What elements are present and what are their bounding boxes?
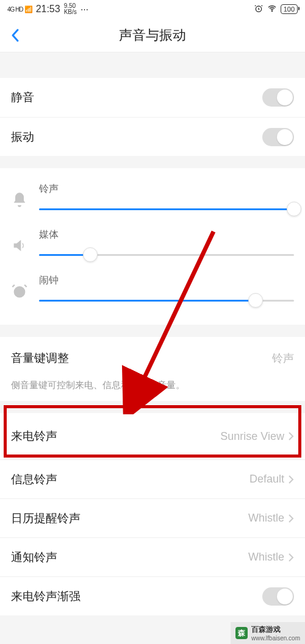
media-slider[interactable]: [39, 247, 294, 262]
section-gap: [0, 401, 305, 413]
slider-label: 媒体: [39, 228, 294, 241]
battery-indicator: 100: [281, 4, 298, 14]
row-label: 静音: [11, 90, 34, 105]
section-gap: [0, 325, 305, 337]
row-label: 来电铃声: [11, 428, 57, 444]
section-gap: [0, 52, 305, 78]
volume-key-hint: 侧音量键可控制来电、信息和通知的音量。: [0, 380, 305, 401]
chevron-right-icon: [288, 475, 294, 484]
watermark-logo: 森: [235, 627, 248, 639]
header: 声音与振动: [0, 18, 305, 52]
row-value: Sunrise View: [220, 430, 294, 443]
volume-sliders: 铃声 媒体 闹钟: [0, 168, 305, 325]
section-gap: [0, 156, 305, 168]
row-label: 通知铃声: [11, 550, 57, 565]
more-dots-icon: ⋯: [81, 5, 88, 14]
alarm-slider[interactable]: [39, 293, 294, 308]
svg-point-2: [14, 286, 26, 297]
mute-toggle[interactable]: [262, 88, 294, 107]
chevron-right-icon: [288, 514, 294, 523]
speaker-icon: [11, 237, 28, 254]
signal-indicator: 4G HD 📶: [7, 5, 32, 13]
row-value: Whistle: [248, 512, 294, 525]
alarm-clock-icon: [11, 283, 28, 300]
mute-row[interactable]: 静音: [0, 78, 305, 117]
calendar-ringtone-row[interactable]: 日历提醒铃声 Whistle: [0, 498, 305, 537]
vibrate-toggle[interactable]: [262, 128, 294, 146]
row-label: 日历提醒铃声: [11, 511, 81, 526]
alarm-icon: [254, 4, 264, 15]
media-volume-row: 媒体: [11, 222, 294, 268]
slider-label: 铃声: [39, 183, 294, 196]
ascending-ringtone-row[interactable]: 来电铃声渐强: [0, 576, 305, 615]
network-speed: 9.50 KB/s: [64, 3, 77, 15]
row-label: 音量键调整: [11, 350, 69, 366]
row-label: 振动: [11, 129, 34, 145]
watermark: 森 百森游戏 www.lfbaisen.com: [231, 622, 305, 644]
svg-point-1: [271, 10, 272, 11]
chevron-right-icon: [288, 553, 294, 562]
notification-ringtone-row[interactable]: 通知铃声 Whistle: [0, 537, 305, 576]
message-ringtone-row[interactable]: 信息铃声 Default: [0, 459, 305, 498]
alarm-volume-row: 闹钟: [11, 268, 294, 314]
watermark-brand: 百森游戏: [251, 625, 300, 635]
ringtone-volume-row: 铃声: [11, 177, 294, 222]
status-bar: 4G HD 📶 21:53 9.50 KB/s ⋯ 100: [0, 0, 305, 18]
ringtone-slider[interactable]: [39, 202, 294, 216]
row-value: Whistle: [248, 551, 294, 564]
back-button[interactable]: [0, 18, 30, 52]
volume-key-adjust-row[interactable]: 音量键调整 铃声: [0, 337, 305, 380]
watermark-url: www.lfbaisen.com: [251, 635, 300, 642]
row-value: Default: [249, 473, 294, 486]
wifi-icon: [267, 4, 277, 15]
row-value: 铃声: [272, 351, 294, 366]
row-label: 信息铃声: [11, 472, 57, 487]
ascending-toggle[interactable]: [262, 587, 294, 606]
page-title: 声音与振动: [0, 26, 305, 44]
vibrate-row[interactable]: 振动: [0, 117, 305, 156]
chevron-right-icon: [288, 431, 294, 441]
incoming-ringtone-row[interactable]: 来电铃声 Sunrise View: [0, 413, 305, 459]
slider-label: 闹钟: [39, 274, 294, 287]
bell-icon: [11, 191, 28, 208]
status-right: 100: [254, 4, 298, 15]
status-time: 21:53: [36, 4, 60, 15]
status-left: 4G HD 📶 21:53 9.50 KB/s ⋯: [7, 3, 88, 15]
row-label: 来电铃声渐强: [11, 589, 81, 604]
